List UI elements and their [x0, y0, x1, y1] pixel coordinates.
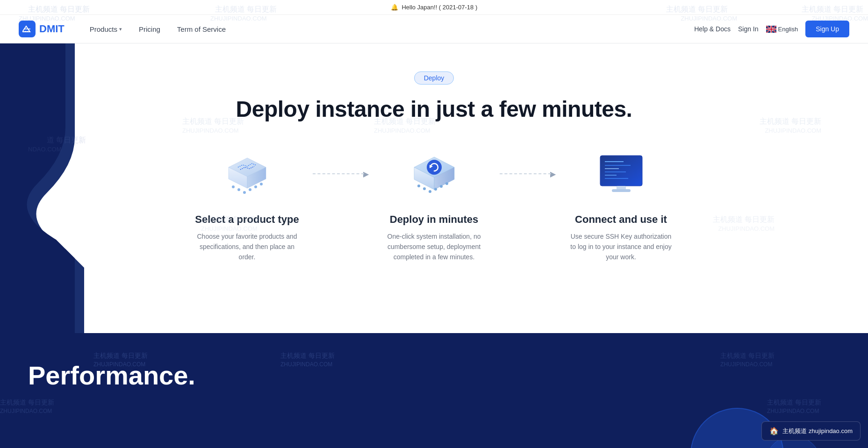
svg-rect-41	[617, 186, 626, 190]
announcement-text: Hello Japan!! ( 2021-07-18 )	[402, 4, 477, 11]
svg-point-18	[237, 188, 240, 191]
connector-line-2	[500, 173, 551, 174]
step-1-desc: Choose your favorite products and specif…	[196, 231, 299, 263]
svg-point-17	[232, 185, 235, 188]
svg-point-32	[440, 185, 443, 188]
hero-section: Deploy Deploy instance in just a few min…	[0, 43, 868, 333]
svg-point-24	[427, 160, 442, 175]
performance-title: Performance.	[28, 361, 840, 390]
svg-point-29	[423, 187, 426, 190]
connector-1: ▶	[313, 151, 369, 178]
step-2-title: Deploy in minutes	[390, 213, 478, 226]
bottom-watermark-3: 主机频道 每日更新ZHUJIPINDAO.COM	[720, 352, 775, 368]
step-3: Connect and use it Use secure SSH Key au…	[556, 151, 687, 263]
main-header: DMIT Products ▾ Pricing Term of Service …	[0, 15, 868, 43]
nav-pricing-label: Pricing	[139, 25, 160, 33]
widget-text: 主机频道 zhujipindao.com	[782, 427, 853, 435]
logo-text: DMIT	[39, 23, 65, 35]
svg-point-20	[249, 188, 251, 191]
language-selector[interactable]: English	[766, 26, 798, 33]
svg-point-28	[417, 185, 420, 187]
step-3-desc: Use secure SSH Key authorization to log …	[570, 231, 673, 263]
bottom-watermark-5: 主机频道 每日更新ZHUJIPINDAO.COM	[767, 398, 821, 414]
svg-point-31	[434, 188, 437, 191]
step-3-icon	[588, 151, 654, 202]
nav-tos-label: Term of Service	[177, 25, 226, 33]
hero-content: Deploy Deploy instance in just a few min…	[0, 43, 868, 300]
announcement-bar: 🔔 Hello Japan!! ( 2021-07-18 )	[0, 0, 868, 15]
flag-icon	[766, 26, 776, 33]
svg-point-19	[243, 191, 246, 194]
svg-rect-2	[27, 31, 28, 32]
step-3-title: Connect and use it	[575, 213, 667, 226]
nav-products[interactable]: Products ▾	[83, 21, 129, 37]
svg-rect-1	[25, 31, 26, 32]
step-1-icon	[215, 151, 280, 202]
step-2: Deploy in minutes One-click system insta…	[369, 151, 500, 263]
help-docs-link[interactable]: Help & Docs	[694, 25, 731, 33]
bottom-widget[interactable]: 🏠 主机频道 zhujipindao.com	[761, 421, 861, 441]
step-2-icon	[402, 151, 467, 202]
step-1: Select a product type Choose your favori…	[182, 151, 313, 263]
connect-icon	[591, 153, 652, 200]
svg-rect-13	[766, 28, 776, 29]
nav-products-label: Products	[90, 25, 117, 33]
hero-title: Deploy instance in just a few minutes.	[9, 96, 859, 123]
connector-2: ▶	[500, 151, 556, 178]
connector-line-1	[313, 173, 364, 174]
language-label: English	[778, 26, 798, 33]
svg-point-21	[254, 185, 257, 188]
main-nav: Products ▾ Pricing Term of Service	[83, 21, 232, 37]
nav-pricing[interactable]: Pricing	[132, 21, 167, 37]
svg-rect-34	[600, 156, 642, 186]
bottom-watermark-1: 主机频道 每日更新ZHUJIPINDAO.COM	[93, 352, 148, 368]
svg-point-30	[429, 190, 431, 193]
header-right: Help & Docs Sign In English Sign Up	[694, 21, 849, 37]
logo[interactable]: DMIT	[19, 21, 65, 37]
logo-icon	[19, 21, 36, 37]
sign-up-button[interactable]: Sign Up	[805, 21, 849, 37]
svg-point-22	[260, 183, 263, 185]
header-left: DMIT Products ▾ Pricing Term of Service	[19, 21, 232, 37]
bottom-watermark-4: 主机频道 每日更新ZHUJIPINDAO.COM	[0, 398, 54, 414]
widget-icon: 🏠	[769, 427, 779, 435]
bell-icon: 🔔	[391, 4, 398, 11]
svg-point-33	[445, 182, 448, 185]
deploy-icon	[404, 153, 465, 200]
svg-rect-42	[612, 189, 631, 192]
sign-in-link[interactable]: Sign In	[738, 25, 759, 33]
step-2-desc: One-click system installation, no cumber…	[383, 231, 486, 263]
svg-rect-3	[29, 31, 29, 32]
deploy-badge: Deploy	[414, 71, 454, 85]
nav-products-arrow: ▾	[119, 26, 122, 32]
step-1-title: Select a product type	[195, 213, 299, 226]
bottom-watermark-2: 主机频道 每日更新ZHUJIPINDAO.COM	[280, 352, 335, 368]
bottom-section: 主机频道 每日更新ZHUJIPINDAO.COM 主机频道 每日更新ZHUJIP…	[0, 333, 868, 448]
nav-tos[interactable]: Term of Service	[171, 21, 232, 37]
steps-container: Select a product type Choose your favori…	[9, 151, 859, 263]
server-select-icon	[217, 153, 278, 200]
